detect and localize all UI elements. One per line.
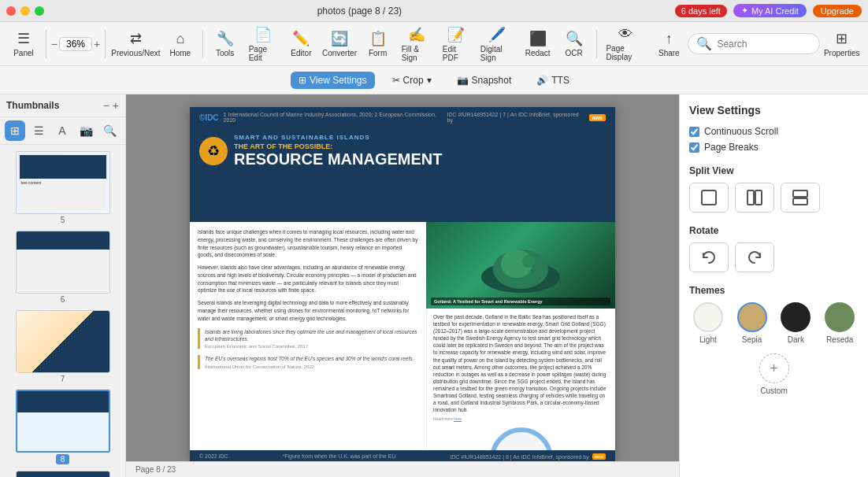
home-icon: ⌂ — [176, 31, 184, 47]
pdf-right-column: Gotland: A Testbed for Smart and Renewab… — [426, 222, 615, 450]
redact-icon: ⬛ — [529, 30, 547, 47]
pdf-paragraph-3: Several islands are leveraging digital t… — [198, 299, 418, 322]
ai-star-icon: ✦ — [741, 6, 748, 16]
thumbnail-page-7[interactable]: 7 — [6, 310, 119, 383]
editor-tool[interactable]: ✏️ Editor — [284, 27, 318, 61]
share-tool[interactable]: ↑ Share — [651, 28, 686, 61]
home-tool[interactable]: ⌂ Home — [163, 28, 198, 61]
custom-plus-icon: + — [770, 361, 778, 377]
thumbnail-page-8[interactable]: 8 — [6, 390, 119, 464]
center-panel: ©IDC 1 International Council of Marine I… — [126, 94, 679, 477]
thumb-zoom-out-button[interactable]: − — [103, 99, 109, 112]
zoom-group: − + — [51, 37, 100, 51]
minimize-button[interactable] — [20, 6, 30, 16]
theme-light-label: Light — [699, 335, 717, 344]
thumb-grid-button[interactable]: ⊞ — [5, 120, 25, 141]
fill-sign-tool[interactable]: ✍️ Fill & Sign — [397, 23, 436, 65]
pdf-page: ©IDC 1 International Council of Marine I… — [190, 107, 615, 461]
previous-next-tool[interactable]: ⇄ Previous/Next — [110, 27, 161, 61]
crop-icon: ✂ — [392, 75, 400, 86]
pdf-footer-note: *Figure from when the U.K. was part of t… — [282, 453, 395, 460]
theme-reseda-option[interactable]: Reseda — [821, 302, 859, 344]
rotate-left-button[interactable] — [689, 242, 729, 272]
split-vertical-button[interactable] — [735, 183, 774, 213]
zoom-out-button[interactable]: − — [51, 38, 57, 50]
properties-tool[interactable]: ⊞ Properties — [822, 27, 862, 61]
fill-sign-icon: ✍️ — [408, 26, 425, 43]
split-vertical-icon — [745, 188, 764, 207]
thumbnails-title: Thumbnails — [6, 100, 59, 111]
continuous-scroll-checkbox[interactable] — [689, 127, 699, 137]
thumbnail-page-9[interactable] — [6, 471, 119, 477]
main-toolbar: ☰ Panel − + ⇄ Previous/Next ⌂ Home 🔧 Too… — [0, 22, 868, 66]
panel-tool[interactable]: ☰ Panel — [6, 27, 41, 61]
rotate-right-button[interactable] — [735, 242, 774, 272]
pdf-recycle-icon: ♻ — [199, 137, 228, 165]
theme-sepia-option[interactable]: Sepia — [733, 302, 771, 344]
digital-sign-icon: 🖊️ — [488, 26, 506, 43]
page-breaks-checkbox[interactable] — [689, 142, 699, 153]
thumbnail-page-5[interactable]: text content 5 — [6, 151, 119, 224]
tts-button[interactable]: 🔊 TTS — [529, 72, 577, 89]
editor-icon: ✏️ — [292, 30, 310, 47]
thumbnail-page-num-6: 6 — [61, 295, 65, 304]
status-text: Page 8 / 23 — [135, 465, 176, 474]
converter-tool[interactable]: 🔄 Converter — [320, 27, 358, 61]
themes-grid: Light Sepia Dark Reseda — [689, 302, 859, 344]
custom-theme-option[interactable]: + Custom — [689, 353, 859, 395]
custom-theme-circle: + — [759, 353, 789, 383]
theme-sepia-label: Sepia — [742, 335, 762, 344]
zoom-in-button[interactable]: + — [94, 38, 100, 50]
thumbnail-page-6[interactable]: 6 — [6, 231, 119, 304]
pdf-read-more: Read more here — [433, 416, 609, 421]
thumb-search-button[interactable]: 🔍 — [99, 120, 120, 141]
page-display-tool[interactable]: 👁 Page Display — [601, 23, 650, 65]
zoom-input[interactable] — [59, 37, 92, 51]
search-box[interactable]: 🔍 — [688, 33, 820, 54]
maximize-button[interactable] — [35, 6, 44, 16]
pdf-article-text: Over the past decade, Gotland in the Bal… — [433, 313, 609, 413]
thumb-list-button[interactable]: ☰ — [28, 120, 49, 141]
rotate-title: Rotate — [689, 225, 859, 236]
form-tool[interactable]: 📋 Form — [361, 27, 395, 61]
pdf-main-title: RESOURCE MANAGEMENT — [234, 150, 442, 168]
page-edit-tool[interactable]: 📄 Page Edit — [244, 23, 283, 65]
title-right-controls: 6 days left ✦ My AI Credit Upgrade — [675, 4, 862, 17]
view-settings-button[interactable]: ⊞ View Settings — [291, 72, 375, 89]
theme-sepia-circle — [737, 302, 767, 332]
rotate-right-icon — [746, 249, 763, 266]
converter-icon: 🔄 — [331, 30, 348, 47]
digital-sign-tool[interactable]: 🖊️ Digital Sign — [476, 23, 519, 65]
ai-credit-button[interactable]: ✦ My AI Credit — [733, 4, 807, 17]
thumb-text-button[interactable]: A — [52, 120, 72, 141]
split-horizontal-icon — [791, 188, 810, 207]
thumb-camera-button[interactable]: 📷 — [76, 120, 96, 141]
crop-button[interactable]: ✂ Crop ▾ — [384, 72, 440, 89]
ocr-tool[interactable]: 🔍 OCR — [557, 27, 592, 61]
tools-tool[interactable]: 🔧 Tools — [208, 27, 243, 61]
search-input[interactable] — [717, 39, 811, 50]
page-breaks-row: Page Breaks — [689, 142, 859, 153]
upgrade-button[interactable]: Upgrade — [813, 5, 862, 17]
thumbnail-page-num-7: 7 — [61, 375, 65, 383]
toolbar-divider-2 — [105, 30, 106, 58]
window-title: photos (page 8 / 23) — [50, 6, 669, 17]
thumb-zoom-in-button[interactable]: + — [113, 99, 119, 112]
split-view-options — [689, 183, 859, 213]
secondary-toolbar: ⊞ View Settings ✂ Crop ▾ 📷 Snapshot 🔊 TT… — [0, 66, 868, 94]
island-svg — [473, 234, 568, 297]
pdf-footer: © 2022 IDC *Figure from when the U.K. wa… — [190, 450, 615, 461]
split-horizontal-button[interactable] — [781, 183, 820, 213]
pdf-content-area: Islands face unique challenges when it c… — [190, 222, 615, 450]
custom-theme-label: Custom — [760, 386, 787, 395]
circular-economy-diagram: CircularEconomy — [433, 427, 609, 450]
edit-pdf-tool[interactable]: 📝 Edit PDF — [438, 23, 474, 65]
close-button[interactable] — [6, 6, 16, 16]
page-edit-icon: 📄 — [254, 26, 272, 43]
snapshot-button[interactable]: 📷 Snapshot — [449, 72, 520, 89]
theme-dark-option[interactable]: Dark — [777, 302, 815, 344]
split-single-button[interactable] — [689, 183, 729, 213]
pdf-paragraph-2: However, islands also have clear advanta… — [198, 264, 418, 294]
redact-tool[interactable]: ⬛ Redact — [521, 27, 555, 61]
theme-light-option[interactable]: Light — [689, 302, 727, 344]
